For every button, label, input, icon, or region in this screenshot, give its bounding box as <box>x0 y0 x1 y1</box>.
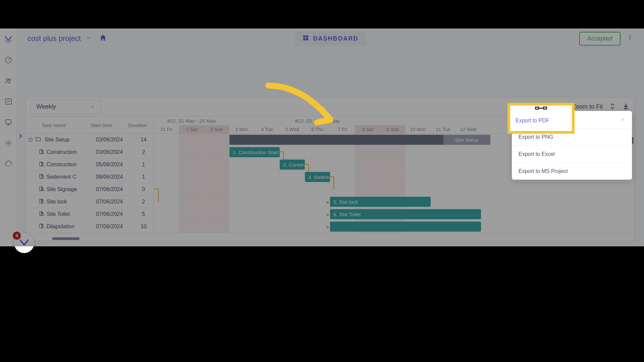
task-name: Site Setup <box>45 137 94 143</box>
view-mode-select[interactable]: Weekly <box>31 100 101 114</box>
task-duration: 1 <box>133 162 154 168</box>
project-name[interactable]: cost plus project <box>28 34 81 43</box>
day-cell: 12 Wed <box>456 125 481 133</box>
gantt-bar[interactable]: 5. Site lock <box>330 197 431 207</box>
gantt-bar[interactable]: 6. Site Toilet <box>330 209 481 219</box>
zoom-to-fit-button[interactable]: Zoom to Fit <box>572 103 603 110</box>
export-png[interactable]: Export to PNG <box>512 129 632 146</box>
task-name: 3. Sedement C <box>41 174 94 180</box>
week-cell: #22, 31 May - 25 May <box>154 116 229 125</box>
horizontal-scrollbar[interactable] <box>52 237 79 240</box>
presentation-icon[interactable] <box>4 118 12 128</box>
day-cell: 3 Mon <box>229 125 255 133</box>
gantt-bar[interactable]: 3. Sedement <box>305 172 330 182</box>
export-excel[interactable]: Export to Excel <box>512 146 632 163</box>
day-cell: 10 Mon <box>406 125 431 133</box>
gantt-bar[interactable]: 2. Construct <box>280 160 305 170</box>
app-logo[interactable] <box>4 35 13 45</box>
task-row[interactable]: 4. Site Signage07/06/20240 <box>26 183 634 196</box>
dashboard-tab[interactable]: DASHBOARD <box>295 31 366 46</box>
download-icon[interactable] <box>622 103 630 111</box>
col-start-time: Start time <box>82 122 121 128</box>
svg-rect-8 <box>303 38 306 41</box>
day-cell: 6 Thu <box>305 125 330 133</box>
project-dropdown-caret[interactable] <box>86 35 92 42</box>
dependency-arrow <box>326 200 330 206</box>
cloud-icon[interactable] <box>4 160 12 169</box>
task-name: 2. Construction <box>41 162 94 168</box>
day-cell: 8 Sat <box>355 125 380 133</box>
home-icon[interactable] <box>99 34 107 43</box>
dependency-arrow <box>326 212 330 218</box>
svg-rect-9 <box>306 38 308 41</box>
task-name: 5. Site lock <box>41 199 94 205</box>
header-bar: cost plus project DASHBOARD Accepted <box>17 28 644 49</box>
gantt-bar[interactable]: 1. Construction Start <box>229 147 280 157</box>
day-cell: 31 Fri <box>154 125 179 133</box>
file-icon <box>26 211 39 218</box>
task-name: 1. Construction <box>41 149 94 155</box>
task-start: 07/06/2024 <box>94 199 133 205</box>
export-menu: Export Export to PNG Export to Excel Exp… <box>512 111 632 180</box>
col-task-name: Task name <box>26 122 82 128</box>
day-cell: 5 Wed <box>280 125 305 133</box>
svg-point-12 <box>629 39 630 40</box>
task-start: 07/06/2024 <box>94 211 133 217</box>
task-duration: 5 <box>133 211 154 217</box>
gantt-bar[interactable] <box>330 222 481 232</box>
task-duration: 0 <box>133 186 154 192</box>
svg-point-11 <box>629 37 630 38</box>
left-rail <box>0 28 17 246</box>
dashboard-icon <box>303 35 309 43</box>
svg-rect-15 <box>561 107 564 108</box>
people-icon[interactable] <box>4 77 12 86</box>
folder-icon <box>35 136 43 143</box>
task-duration: 10 <box>133 224 154 230</box>
week-cell: #23, 03 Jun - 1 May <box>229 116 406 125</box>
more-menu-icon[interactable] <box>627 35 633 43</box>
app-frame: cost plus project DASHBOARD Accepted Wee… <box>0 28 644 246</box>
day-cell: 7 Fri <box>330 125 355 133</box>
day-cell: 2 Sun <box>204 125 229 133</box>
day-cell: 9 Sun <box>380 125 406 133</box>
notification-badge[interactable]: 4 <box>14 233 34 253</box>
svg-point-1 <box>6 78 8 80</box>
day-cell: 11 Tue <box>431 125 456 133</box>
file-icon <box>26 223 39 230</box>
task-duration: 2 <box>133 149 154 155</box>
task-start: 05/06/2024 <box>94 162 133 168</box>
critical-path-icon[interactable] <box>559 103 566 111</box>
collapse-icon[interactable] <box>609 103 616 111</box>
task-name: 7. Dilapidation <box>41 224 94 230</box>
task-row[interactable]: 7. Dilapidation07/06/202410 <box>26 221 634 233</box>
svg-rect-14 <box>564 104 566 105</box>
task-start: 03/06/2024 <box>94 137 133 143</box>
chevron-right-icon <box>620 117 625 122</box>
task-start: 07/06/2024 <box>94 186 133 192</box>
dependency-arrow <box>326 225 330 231</box>
task-duration: 14 <box>133 137 154 143</box>
svg-point-5 <box>7 142 9 144</box>
task-start: 03/06/2024 <box>94 149 133 155</box>
gauge-icon[interactable] <box>4 56 12 65</box>
export-menu-header[interactable]: Export <box>512 111 632 129</box>
dashboard-label: DASHBOARD <box>313 35 359 42</box>
col-duration: Duration <box>121 122 154 128</box>
collapse-icon[interactable] <box>26 137 35 142</box>
expand-sidebar-icon[interactable] <box>17 132 24 140</box>
export-msproject[interactable]: Export to MS Project <box>512 163 632 180</box>
gear-icon[interactable] <box>4 139 12 148</box>
file-icon <box>26 149 39 156</box>
file-icon <box>26 186 39 193</box>
task-duration: 2 <box>133 199 154 205</box>
chevron-down-icon <box>90 104 95 110</box>
task-start: 07/06/2024 <box>94 224 133 230</box>
svg-rect-13 <box>559 104 561 105</box>
badge-count: 4 <box>13 232 21 240</box>
accepted-status[interactable]: Accepted <box>579 32 621 46</box>
task-row[interactable]: 6. Site Toilet07/06/202456. Site Toilet <box>26 208 634 221</box>
task-start: 06/06/2024 <box>94 174 133 180</box>
task-row[interactable]: 5. Site lock07/06/202425. Site lock <box>26 196 634 208</box>
chart-icon[interactable] <box>4 98 12 107</box>
svg-point-10 <box>629 36 630 37</box>
